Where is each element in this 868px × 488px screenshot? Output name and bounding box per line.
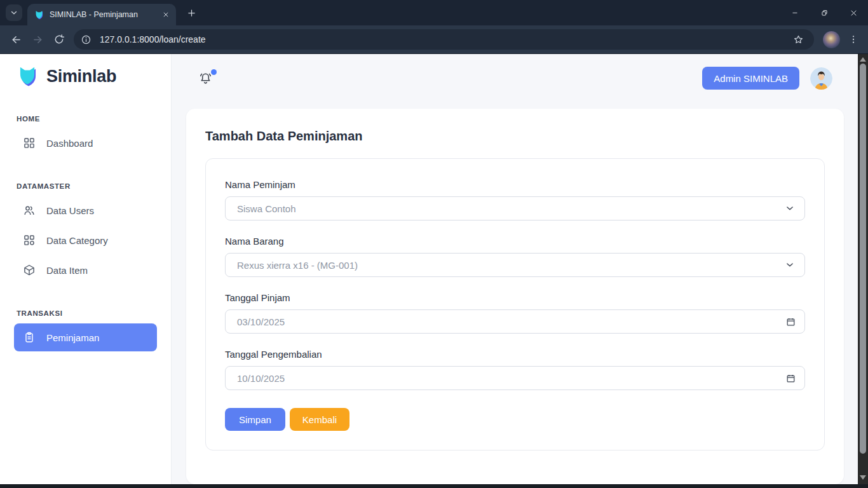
page-scrollbar[interactable]	[858, 54, 868, 484]
chevron-down-icon	[784, 259, 796, 271]
forward-arrow-icon	[32, 34, 44, 46]
sidebar-item-peminjaman[interactable]: Peminjaman	[14, 323, 157, 351]
browser-window: SIMINLAB - Peminjaman	[0, 0, 868, 488]
brand-name: Siminlab	[46, 67, 116, 86]
tanggal-pengembalian-input[interactable]: 10/10/2025	[225, 366, 805, 390]
window-controls	[780, 0, 868, 25]
minimize-button[interactable]	[780, 0, 810, 25]
select-value: Rexus xierra x16 - (MG-001)	[237, 260, 784, 271]
calendar-icon[interactable]	[786, 374, 796, 383]
chevron-down-icon	[10, 8, 18, 17]
sidebar: Siminlab HOME Dashboard DATAMASTER Data …	[0, 54, 172, 484]
tab-title: SIMINLAB - Peminjaman	[50, 10, 159, 19]
new-tab-button[interactable]	[182, 4, 200, 22]
save-button[interactable]: Simpan	[225, 408, 285, 431]
field-tanggal-pengembalian: Tanggal Pengembalian 10/10/2025	[225, 349, 805, 390]
loan-form: Nama Peminjam Siswa Contoh Nama Barang R…	[205, 158, 825, 451]
kebab-menu-icon	[848, 34, 858, 44]
notification-button[interactable]	[198, 71, 213, 86]
tab-search-button[interactable]	[6, 4, 22, 21]
sidebar-item-label: Data Category	[46, 235, 108, 246]
field-tanggal-pinjam: Tanggal Pinjam 03/10/2025	[225, 292, 805, 334]
nama-barang-select[interactable]: Rexus xierra x16 - (MG-001)	[225, 253, 805, 277]
close-icon	[850, 9, 858, 17]
section-label-transaksi: TRANSAKSI	[17, 309, 154, 317]
favicon-cat-icon	[34, 10, 44, 20]
sidebar-item-label: Dashboard	[46, 138, 93, 149]
site-info-icon[interactable]	[78, 32, 93, 47]
field-nama-barang: Nama Barang Rexus xierra x16 - (MG-001)	[225, 236, 805, 277]
select-value: Siswa Contoh	[237, 203, 784, 214]
user-avatar[interactable]	[810, 67, 832, 90]
nama-peminjam-select[interactable]: Siswa Contoh	[225, 196, 805, 220]
main-content: Admin SIMINLAB Tambah Data Peminjaman N	[172, 54, 858, 484]
field-label: Tanggal Pengembalian	[225, 349, 805, 360]
brand[interactable]: Siminlab	[14, 63, 157, 90]
browser-menu-button[interactable]	[844, 30, 863, 49]
back-button-form[interactable]: Kembali	[290, 408, 349, 431]
page-viewport: Siminlab HOME Dashboard DATAMASTER Data …	[0, 54, 868, 484]
scrollbar-thumb[interactable]	[860, 64, 866, 454]
reload-button[interactable]	[48, 29, 70, 50]
sidebar-item-label: Peminjaman	[46, 332, 99, 343]
sidebar-item-label: Data Item	[46, 265, 88, 276]
date-value: 10/10/2025	[237, 373, 786, 384]
sidebar-item-data-item[interactable]: Data Item	[14, 256, 157, 284]
sidebar-item-data-users[interactable]: Data Users	[14, 196, 157, 224]
page-title: Tambah Data Peminjaman	[205, 129, 825, 144]
calendar-icon[interactable]	[786, 317, 796, 327]
category-icon	[22, 234, 36, 247]
minimize-icon	[791, 9, 799, 17]
address-bar[interactable]: 127.0.0.1:8000/loan/create	[74, 29, 814, 50]
page-card: Tambah Data Peminjaman Nama Peminjam Sis…	[186, 109, 844, 484]
app-header: Admin SIMINLAB	[172, 54, 858, 102]
date-value: 03/10/2025	[237, 316, 786, 327]
admin-button[interactable]: Admin SIMINLAB	[702, 67, 799, 90]
browser-tabbar: SIMINLAB - Peminjaman	[0, 0, 868, 25]
tanggal-pinjam-input[interactable]: 03/10/2025	[225, 309, 805, 334]
section-label-home: HOME	[17, 115, 154, 123]
users-icon	[22, 204, 36, 217]
scrollbar-down-arrow[interactable]	[860, 475, 866, 480]
clipboard-icon	[22, 331, 36, 344]
field-nama-peminjam: Nama Peminjam Siswa Contoh	[225, 179, 805, 220]
field-label: Nama Barang	[225, 236, 805, 247]
browser-tab[interactable]: SIMINLAB - Peminjaman	[27, 4, 176, 25]
section-label-datamaster: DATAMASTER	[17, 182, 154, 190]
close-window-button[interactable]	[839, 0, 868, 25]
window-bottom-edge	[0, 484, 868, 488]
chevron-down-icon	[784, 203, 796, 214]
restore-icon	[820, 9, 829, 17]
box-icon	[22, 264, 36, 276]
url-text[interactable]: 127.0.0.1:8000/loan/create	[100, 34, 790, 44]
forward-button[interactable]	[27, 29, 48, 50]
browser-toolbar: 127.0.0.1:8000/loan/create	[0, 25, 868, 54]
scrollbar-up-arrow[interactable]	[860, 57, 866, 62]
sidebar-item-label: Data Users	[46, 205, 94, 216]
reload-icon	[53, 34, 65, 45]
field-label: Tanggal Pinjam	[225, 292, 805, 303]
sidebar-item-dashboard[interactable]: Dashboard	[14, 129, 157, 157]
dashboard-icon	[22, 137, 36, 149]
back-arrow-icon	[10, 34, 22, 46]
back-button[interactable]	[5, 29, 27, 50]
browser-profile-avatar[interactable]	[823, 31, 840, 48]
tab-close-icon[interactable]	[159, 8, 172, 21]
sidebar-item-data-category[interactable]: Data Category	[14, 226, 157, 254]
bookmark-star-icon[interactable]	[790, 31, 806, 48]
restore-button[interactable]	[810, 0, 839, 25]
form-actions: Simpan Kembali	[225, 408, 805, 431]
plus-icon	[187, 8, 196, 18]
siminlab-logo-icon	[15, 64, 39, 88]
field-label: Nama Peminjam	[225, 179, 805, 190]
notification-dot	[211, 69, 217, 75]
